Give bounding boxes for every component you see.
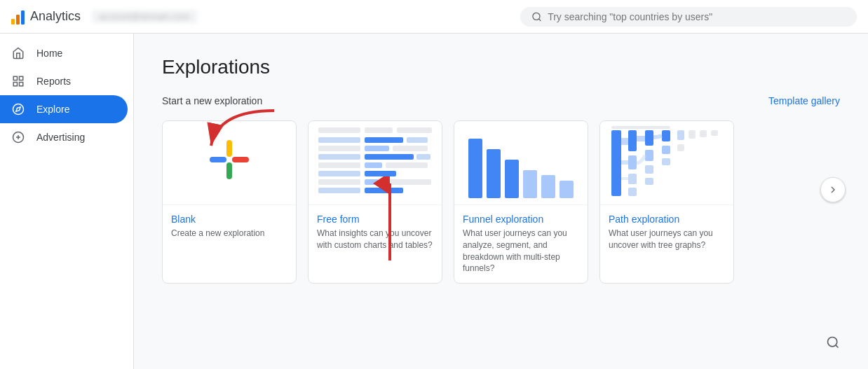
free-form-card-info: Free form What insights can you uncover …: [308, 205, 442, 260]
sidebar-label-reports: Reports: [36, 76, 71, 87]
svg-rect-47: [628, 155, 637, 169]
svg-rect-18: [365, 127, 393, 133]
svg-rect-54: [662, 130, 670, 141]
blank-card-name: Blank: [171, 214, 287, 225]
explorations-header: Start a new exploration Template gallery: [162, 95, 840, 106]
svg-rect-40: [487, 149, 501, 198]
funnel-card-name: Funnel exploration: [463, 214, 579, 225]
svg-rect-39: [468, 139, 482, 198]
svg-rect-17: [318, 127, 360, 133]
main-content: Explorations Start a new exploration Tem…: [134, 34, 868, 369]
svg-rect-35: [365, 179, 379, 185]
app-title: Analytics: [30, 9, 81, 24]
blank-card-info: Blank Create a new exploration: [163, 205, 296, 248]
svg-rect-4: [20, 83, 23, 86]
logo-container: Analytics: [11, 9, 81, 25]
funnel-card[interactable]: Funnel exploration What user journeys ca…: [454, 120, 588, 284]
svg-rect-52: [645, 165, 653, 174]
template-gallery-link[interactable]: Template gallery: [768, 95, 840, 106]
svg-marker-6: [16, 107, 20, 111]
funnel-preview: [454, 121, 588, 205]
blank-card[interactable]: Blank Create a new exploration: [162, 120, 297, 284]
svg-rect-22: [407, 137, 428, 143]
sidebar-item-reports[interactable]: Reports: [0, 67, 128, 95]
svg-rect-45: [611, 130, 621, 196]
svg-rect-38: [365, 188, 403, 193]
svg-rect-11: [210, 157, 226, 162]
svg-rect-29: [318, 162, 360, 168]
svg-rect-14: [226, 162, 232, 179]
svg-rect-30: [365, 162, 382, 168]
svg-rect-1: [13, 76, 17, 80]
path-card-name: Path exploration: [609, 214, 725, 225]
advertising-icon: [11, 130, 25, 144]
svg-rect-57: [611, 126, 670, 129]
svg-rect-50: [645, 130, 653, 146]
sidebar-label-advertising: Advertising: [36, 132, 85, 143]
logo-bar-3: [21, 11, 25, 25]
svg-rect-49: [628, 188, 637, 196]
svg-rect-55: [662, 146, 670, 154]
svg-rect-48: [628, 174, 637, 184]
svg-rect-27: [365, 154, 414, 160]
path-card[interactable]: Path exploration What user journeys can …: [599, 120, 734, 284]
free-form-card[interactable]: Free form What insights can you uncover …: [308, 120, 442, 284]
svg-point-5: [13, 104, 24, 115]
svg-rect-33: [365, 171, 396, 176]
free-form-preview: [308, 121, 442, 205]
account-selector[interactable]: account@domain.com: [92, 10, 197, 23]
logo-bar-2: [16, 15, 20, 25]
funnel-card-info: Funnel exploration What user journeys ca…: [454, 205, 588, 283]
sidebar-label-explore: Explore: [36, 104, 69, 115]
start-exploration-label: Start a new exploration: [162, 95, 262, 106]
blank-plus-icon: [207, 137, 252, 188]
reports-icon: [11, 74, 25, 88]
path-card-desc: What user journeys can you uncover with …: [609, 228, 725, 251]
path-card-info: Path exploration What user journeys can …: [600, 205, 733, 260]
next-button[interactable]: [820, 177, 846, 202]
search-bar[interactable]: [520, 7, 857, 27]
svg-rect-51: [645, 150, 653, 161]
svg-rect-62: [711, 130, 718, 136]
svg-rect-61: [700, 130, 707, 137]
svg-point-63: [828, 337, 837, 347]
bottom-search-icon[interactable]: [826, 335, 840, 352]
svg-rect-41: [505, 160, 519, 198]
svg-rect-13: [226, 140, 232, 157]
svg-rect-21: [365, 137, 403, 143]
blank-card-desc: Create a new exploration: [171, 228, 287, 239]
svg-rect-12: [232, 157, 249, 162]
svg-rect-3: [13, 83, 17, 86]
svg-rect-58: [677, 130, 684, 140]
svg-rect-43: [541, 175, 555, 198]
sidebar: Home Reports Explore Ad: [0, 34, 134, 369]
sidebar-item-explore[interactable]: Explore: [0, 95, 128, 123]
svg-rect-31: [386, 162, 428, 168]
svg-rect-24: [365, 146, 389, 151]
app-header: Analytics account@domain.com: [0, 0, 868, 34]
svg-rect-25: [393, 146, 428, 151]
svg-rect-60: [689, 130, 696, 139]
explore-icon: [11, 102, 25, 116]
svg-rect-42: [523, 170, 537, 198]
sidebar-item-advertising[interactable]: Advertising: [0, 123, 128, 151]
search-icon: [531, 11, 542, 22]
svg-rect-59: [677, 144, 684, 151]
svg-rect-2: [20, 76, 23, 80]
free-form-card-name: Free form: [317, 214, 433, 225]
blank-card-preview: [163, 121, 296, 205]
svg-rect-32: [318, 171, 360, 176]
exploration-cards-row: Blank Create a new exploration: [162, 120, 840, 284]
svg-rect-46: [628, 130, 637, 151]
main-layout: Home Reports Explore Ad: [0, 34, 868, 369]
search-input[interactable]: [548, 11, 846, 22]
path-preview: [600, 121, 733, 205]
svg-rect-37: [318, 188, 360, 193]
free-form-card-desc: What insights can you uncover with custo…: [317, 228, 433, 251]
svg-rect-34: [318, 179, 360, 185]
logo-icon: [11, 9, 25, 25]
svg-rect-53: [645, 178, 653, 185]
sidebar-item-home[interactable]: Home: [0, 39, 128, 67]
svg-rect-19: [397, 127, 432, 133]
logo-bar-1: [11, 19, 15, 25]
